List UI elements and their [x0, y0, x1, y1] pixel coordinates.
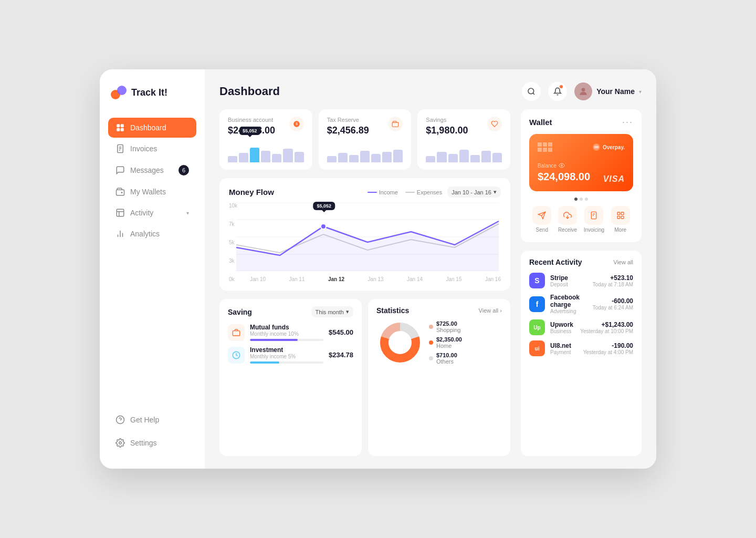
receive-action[interactable]: Receive — [558, 206, 577, 233]
activity-ui8: ui UI8.net Payment -190.00 Yesterday at … — [529, 340, 633, 356]
mutual-funds-icon — [228, 324, 245, 341]
home-value: $2,350.00 — [436, 336, 462, 343]
dashboard-icon — [116, 123, 125, 132]
logo[interactable]: Track It! — [108, 84, 196, 101]
invoices-label: Invoices — [130, 144, 157, 153]
wallet-more-button[interactable]: ··· — [622, 117, 633, 128]
wallet-header: Wallet ··· — [529, 117, 633, 128]
notification-dot — [559, 85, 563, 89]
header: Dashboard — [205, 69, 656, 109]
stats-row: Business account $24,098.00 $ — [219, 109, 510, 170]
mutual-name: Mutual funds — [250, 324, 323, 331]
tax-card-icon — [392, 120, 399, 128]
notifications-button[interactable] — [548, 82, 567, 101]
user-name: Your Name — [596, 87, 635, 96]
eye-icon — [559, 162, 565, 169]
messages-label: Messages — [130, 166, 164, 174]
chart-tooltip: $5,052 — [313, 202, 335, 210]
investment-icon — [228, 347, 245, 364]
sidebar-item-dashboard[interactable]: Dashboard — [108, 118, 196, 138]
bar — [239, 153, 248, 162]
legend-home: $2,350.00 Home — [429, 336, 462, 349]
invoicing-action[interactable]: Invoicing — [584, 206, 604, 233]
chart-title: Money Flow — [229, 188, 368, 196]
svg-rect-51 — [621, 216, 624, 219]
donut-svg — [376, 319, 424, 366]
business-chart: $5,052 — [228, 141, 304, 162]
card-bottom: $24,098.00 VISA — [538, 171, 625, 183]
more-svg — [616, 211, 625, 220]
invoicing-label: Invoicing — [584, 227, 604, 233]
month-chevron: ▾ — [346, 308, 349, 315]
donut-chart — [376, 319, 424, 366]
chart-svg — [234, 203, 501, 271]
bar — [470, 155, 480, 162]
statistics-header: Statistics View all › — [376, 306, 502, 315]
dot-active — [574, 198, 578, 201]
sidebar-item-settings[interactable]: Settings — [108, 433, 196, 453]
statistics-legend: $725.00 Shopping $2,350.00 Home — [429, 320, 462, 365]
invoicing-svg — [590, 211, 598, 220]
facebook-logo: f — [529, 296, 545, 312]
activity-upwork: Up Upwork Business +$1,243.00 Yesterday … — [529, 319, 633, 335]
ui8-amount-area: -190.00 Yesterday at 4:00 PM — [583, 342, 633, 355]
recent-view-all[interactable]: View all — [613, 259, 633, 265]
more-action[interactable]: More — [611, 206, 630, 233]
date-range-button[interactable]: Jan 10 - Jan 16 ▾ — [447, 187, 501, 198]
bar — [295, 152, 304, 162]
sidebar-item-invoices[interactable]: Invoices — [108, 139, 196, 159]
tooltip-value: $5,052 — [317, 203, 332, 209]
facebook-name: Facebook charge — [550, 294, 587, 308]
bar — [481, 151, 491, 162]
stripe-amount: +523.10 — [593, 274, 633, 282]
recent-activity: Recent Activity View all S Stripe Deposi… — [521, 251, 642, 456]
saving-item-investment: Investment Monthly income 5% $234.78 — [228, 346, 353, 364]
more-label: More — [614, 227, 626, 233]
svg-point-32 — [321, 224, 326, 229]
others-value: $710.00 — [436, 352, 457, 358]
chart-wrapper: 10k 7k 5k 3k 0k $5,052 — [229, 203, 501, 282]
user-menu[interactable]: Your Name ▾ — [574, 82, 642, 100]
sidebar-item-activity[interactable]: Activity ▾ — [108, 203, 196, 223]
sidebar-item-get-help[interactable]: Get Help — [108, 410, 196, 430]
tooltip-arrow — [322, 210, 326, 212]
saving-item-mutual: Mutual funds Monthly income 10% $545.00 — [228, 324, 353, 341]
svg-rect-26 — [393, 122, 399, 127]
sidebar-item-my-wallets[interactable]: My Wallets — [108, 182, 196, 202]
saving-card: Saving This month ▾ — [219, 299, 362, 456]
x-label-active: Jan 12 — [328, 276, 344, 282]
shopping-label: Shopping — [436, 327, 461, 333]
bar — [492, 153, 502, 162]
send-icon — [532, 206, 551, 225]
stat-card-business: Business account $24,098.00 $ — [219, 109, 312, 170]
money-flow-card: Money Flow Income Expenses — [219, 178, 510, 291]
receive-label: Receive — [558, 227, 577, 233]
sidebar-item-messages[interactable]: Messages 6 — [108, 160, 196, 181]
shopping-value: $725.00 — [436, 320, 461, 327]
saving-title: Saving — [228, 308, 311, 316]
upwork-logo: Up — [529, 319, 545, 335]
sidebar-item-analytics[interactable]: Analytics — [108, 224, 196, 244]
business-tooltip: $5,052 — [239, 127, 260, 135]
statistics-view-all[interactable]: View all › — [479, 307, 502, 314]
dashboard-label: Dashboard — [130, 123, 166, 132]
savings-card-icon — [491, 120, 498, 128]
help-icon — [116, 415, 125, 425]
my-wallets-label: My Wallets — [130, 188, 166, 196]
send-action[interactable]: Send — [532, 206, 551, 233]
month-button[interactable]: This month ▾ — [311, 306, 353, 317]
search-button[interactable] — [522, 82, 541, 101]
stat-card-savings: Savings $1,980.00 — [417, 109, 510, 170]
view-all-arrow: › — [500, 307, 502, 314]
sidebar-bottom: Get Help Settings — [108, 410, 196, 454]
ui8-name: UI8.net — [550, 342, 578, 349]
bar — [349, 155, 359, 162]
svg-point-11 — [121, 192, 122, 193]
mutual-info: Mutual funds Monthly income 10% — [250, 324, 323, 341]
wallet-title: Wallet — [529, 118, 622, 127]
x-label: Jan 14 — [407, 276, 423, 282]
ui8-type: Payment — [550, 349, 578, 355]
legend-others: $710.00 Others — [429, 352, 462, 365]
upwork-info: Upwork Business — [550, 321, 575, 334]
bar — [437, 152, 446, 162]
